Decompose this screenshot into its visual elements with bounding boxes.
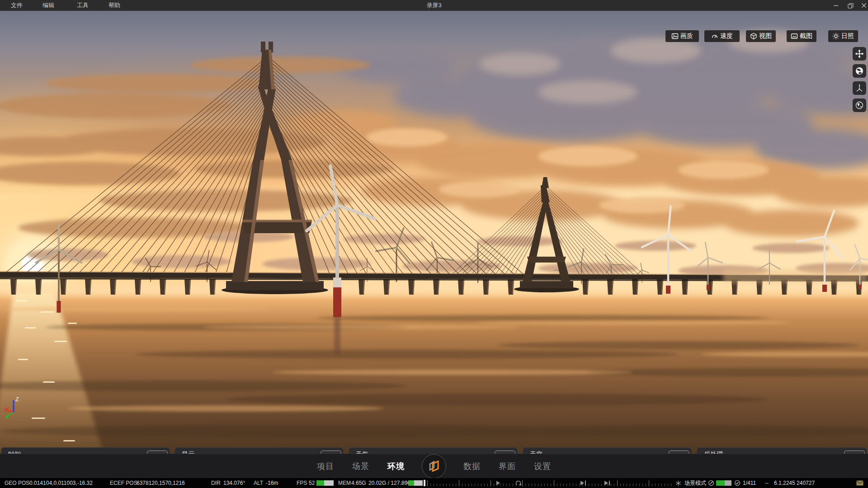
tab-project[interactable]: 项目 [317,461,334,472]
timeline-marker-icon[interactable] [580,481,584,485]
view-button[interactable]: 视图 [746,30,776,42]
quality-icon [671,33,679,40]
check-circle-icon[interactable] [734,480,741,486]
orbit-icon[interactable] [708,480,714,486]
window-title: 录屏3 [0,0,868,11]
status-dashes: -- [765,478,769,488]
sunlight-button[interactable]: 日照 [828,30,858,42]
sunset-bridge-scene: Z [0,11,868,455]
mem-value: 4.65G [351,478,366,488]
sunlight-button-label: 日照 [841,32,854,40]
bottom-nav-bar: 项目 场景 环境 数据 界面 设置 [0,454,868,479]
globe-location-icon [855,101,864,110]
nav-logo-icon [426,459,442,474]
nav-logo-button[interactable] [422,454,446,479]
close-button[interactable] [857,0,868,11]
tab-environment[interactable]: 环境 [387,461,405,472]
tab-scene[interactable]: 场景 [352,461,369,472]
speed-icon [711,33,718,40]
application-window: Z 画质 速度 视图 [0,0,868,488]
pan-move-icon [855,49,864,58]
ecef-pos-label: ECEF POS [110,478,137,488]
speed-button-label: 速度 [720,32,733,40]
snowflake-icon [675,480,681,486]
version-text: 6.1.2245 240727 [774,478,815,488]
timeline-marker2-icon[interactable] [604,481,608,485]
restore-icon [848,3,854,9]
timeline-marker-bar[interactable] [585,481,586,485]
pan-move-button[interactable] [853,47,866,61]
timeline-ruler[interactable] [427,480,671,486]
timeline-loop-icon[interactable] [515,480,522,486]
snapshot-button-label: 截图 [800,32,812,40]
mail-icon[interactable] [856,480,863,486]
geo-pos-value: 0.014104,0.011003,-16.32 [29,478,93,488]
quality-button-label: 画质 [680,32,693,40]
globe-button[interactable] [853,64,866,78]
speed-button[interactable]: 速度 [704,30,740,42]
foreground-turbine-base [333,277,341,355]
axis-gizmo-icon [855,84,864,93]
viewport-3d-scene[interactable]: Z 画质 速度 视图 [0,11,868,455]
mem-meter-handle[interactable] [424,480,425,486]
snapshot-button[interactable]: 截图 [787,30,816,42]
tab-settings[interactable]: 设置 [534,461,551,472]
fps-label: FPS [297,478,307,488]
snapshot-icon [791,33,798,40]
mem-meter [408,480,423,486]
sunlight-icon [832,33,840,40]
mem-detail: 20.02G / 127.89G [368,478,411,488]
fps-value: 52 [309,478,315,488]
view-cube-icon [750,33,757,40]
dir-label: DIR [211,478,221,488]
axis-gizmo-button[interactable] [853,81,866,95]
close-icon [861,3,867,8]
ecef-pos-value: 6378120,1570,1216 [137,478,185,488]
scene-mode-label: 场景模式 [684,478,706,488]
mem-label: MEM [338,478,351,488]
tab-ui[interactable]: 界面 [499,461,516,472]
status-bar: GEO POS 0.014104,0.011003,-16.32 ECEF PO… [0,478,868,488]
title-bar: 文件 编辑 工具 帮助 录屏3 [0,0,868,11]
quality-button[interactable]: 画质 [665,30,699,42]
alt-label: ALT [254,478,263,488]
timeline-playhead-icon[interactable] [496,481,500,485]
view-button-label: 视图 [759,32,772,40]
fps-meter [316,480,334,486]
minimize-button[interactable] [829,0,843,11]
gizmo-z-label: Z [15,396,19,403]
dir-value: 134.076° [223,478,245,488]
geo-pos-label: GEO POS [5,478,29,488]
globe-icon [855,66,864,75]
frame-counter: 1/411 [743,478,756,488]
alt-value: -16m [266,478,278,488]
minimize-icon [833,3,839,8]
globe-location-button[interactable] [853,99,866,112]
timeline-marker2-bar[interactable] [609,481,610,485]
restore-button[interactable] [844,0,857,11]
scene-mode-toggle[interactable] [716,480,731,486]
tab-data[interactable]: 数据 [463,461,481,472]
